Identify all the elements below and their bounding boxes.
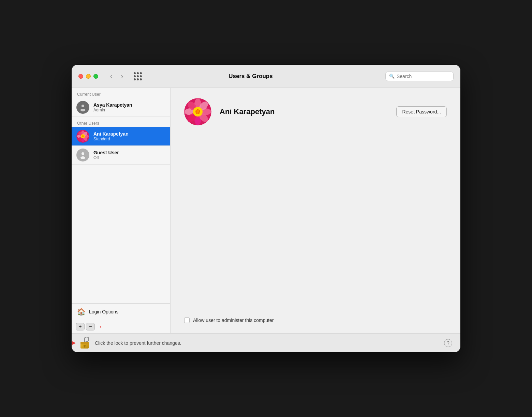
arrow-indicator-icon: ← [98, 322, 106, 331]
svg-point-30 [198, 112, 200, 114]
remove-user-button[interactable]: − [86, 323, 95, 330]
sidebar-item-asya[interactable]: Asya Karapetyan Admin [72, 98, 170, 117]
svg-point-0 [82, 105, 84, 107]
allow-admin-area: Allow user to administer this computer [184, 318, 274, 323]
svg-point-27 [195, 110, 197, 112]
svg-rect-37 [84, 346, 85, 348]
svg-marker-32 [72, 341, 76, 345]
svg-rect-35 [80, 342, 89, 344]
back-button[interactable]: ‹ [106, 72, 116, 81]
sidebar-footer: 🏠 Login Options + − ← [72, 303, 170, 333]
sidebar-item-ani[interactable]: Ani Karapetyan Standard [72, 127, 170, 146]
sidebar: Current User Asya Karapetyan Admin [72, 88, 171, 333]
avatar-ani [76, 130, 89, 143]
avatar-asya [76, 101, 89, 114]
svg-point-1 [80, 109, 85, 111]
allow-admin-label: Allow user to administer this computer [193, 318, 274, 323]
search-box[interactable]: 🔍 [385, 72, 454, 81]
svg-point-14 [80, 156, 85, 159]
reset-password-button[interactable]: Reset Password... [396, 106, 447, 117]
search-icon: 🔍 [389, 74, 395, 79]
sidebar-item-guest[interactable]: Guest User Off [72, 146, 170, 165]
user-header: Ani Karapetyan Reset Password... [184, 98, 447, 125]
window-title: Users & Groups [121, 73, 380, 80]
lock-text: Click the lock to prevent further change… [95, 340, 181, 346]
svg-point-26 [197, 109, 198, 110]
main-window: ‹ › Users & Groups 🔍 Current User [72, 65, 460, 352]
search-input[interactable] [397, 74, 450, 79]
svg-point-13 [82, 152, 84, 155]
other-users-label: Other Users [72, 117, 170, 127]
lock-section[interactable]: Click the lock to prevent further change… [80, 337, 181, 349]
minimize-button[interactable] [86, 74, 91, 79]
maximize-button[interactable] [93, 74, 98, 79]
main-panel: Ani Karapetyan Reset Password... Allow u… [171, 88, 460, 333]
guest-name: Guest User [93, 150, 119, 155]
svg-point-29 [196, 112, 197, 114]
bottom-bar: Click the lock to prevent further change… [72, 333, 460, 352]
close-button[interactable] [78, 74, 83, 79]
lock-icon [80, 337, 91, 349]
user-list: Current User Asya Karapetyan Admin [72, 88, 170, 303]
asya-info: Asya Karapetyan Admin [93, 102, 132, 112]
external-arrow-icon [72, 340, 76, 346]
avatar-guest [76, 149, 89, 161]
ani-role: Standard [93, 137, 129, 141]
content-area: Current User Asya Karapetyan Admin [72, 88, 460, 333]
svg-point-28 [199, 110, 200, 112]
add-user-button[interactable]: + [76, 323, 85, 330]
add-remove-bar: + − ← [72, 320, 170, 333]
main-footer: Allow user to administer this computer [184, 311, 447, 323]
allow-admin-checkbox[interactable] [184, 318, 190, 323]
titlebar: ‹ › Users & Groups 🔍 [72, 65, 460, 88]
asya-name: Asya Karapetyan [93, 102, 132, 108]
asya-role: Admin [93, 108, 132, 112]
ani-name: Ani Karapetyan [93, 131, 129, 137]
login-options-icon: 🏠 [77, 308, 86, 316]
guest-role: Off [93, 155, 119, 160]
main-user-name: Ani Karapetyan [220, 107, 275, 116]
traffic-lights [78, 74, 98, 79]
avatar-main [184, 98, 211, 125]
login-options-label: Login Options [89, 309, 118, 314]
current-user-label: Current User [72, 88, 170, 98]
svg-point-12 [82, 135, 84, 137]
help-button[interactable]: ? [444, 339, 452, 347]
login-options-item[interactable]: 🏠 Login Options [72, 304, 170, 320]
guest-info: Guest User Off [93, 150, 119, 160]
ani-info: Ani Karapetyan Standard [93, 131, 129, 141]
